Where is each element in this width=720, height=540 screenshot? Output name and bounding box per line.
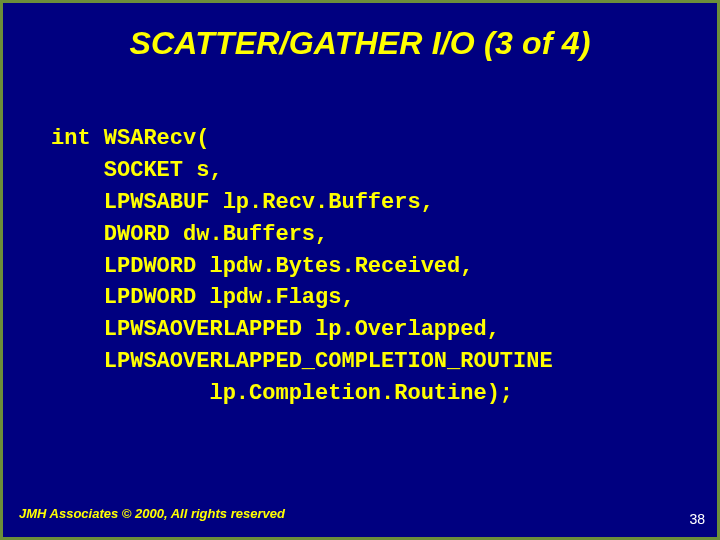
slide: SCATTER/GATHER I/O (3 of 4) int WSARecv(…: [0, 0, 720, 540]
code-line-1: SOCKET s,: [51, 158, 223, 183]
code-line-6: LPWSAOVERLAPPED lp.Overlapped,: [51, 317, 500, 342]
code-line-3: DWORD dw.Buffers,: [51, 222, 328, 247]
code-line-0: int WSARecv(: [51, 126, 209, 151]
code-line-2: LPWSABUF lp.Recv.Buffers,: [51, 190, 434, 215]
code-line-5: LPDWORD lpdw.Flags,: [51, 285, 355, 310]
code-block: int WSARecv( SOCKET s, LPWSABUF lp.Recv.…: [51, 123, 553, 410]
slide-title: SCATTER/GATHER I/O (3 of 4): [3, 25, 717, 62]
page-number: 38: [689, 511, 705, 527]
code-line-4: LPDWORD lpdw.Bytes.Received,: [51, 254, 473, 279]
code-line-8: lp.Completion.Routine);: [51, 381, 513, 406]
code-line-7: LPWSAOVERLAPPED_COMPLETION_ROUTINE: [51, 349, 553, 374]
footer-copyright: JMH Associates © 2000, All rights reserv…: [19, 506, 285, 521]
